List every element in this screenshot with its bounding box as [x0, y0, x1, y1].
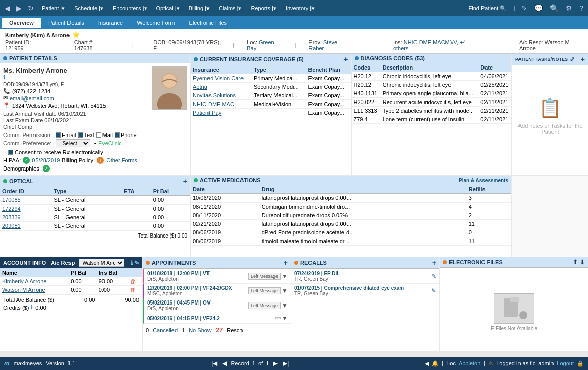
tab-overview[interactable]: Overview	[2, 18, 41, 28]
pd-address: 1324 Webster Ave, Hobart, WI, 54115	[12, 103, 106, 109]
diag-date: 02/11/2021	[478, 98, 511, 107]
logout-link[interactable]: Logout	[557, 360, 574, 366]
diagnosis-row: E11.3313Type 2 diabetes mellitus with mo…	[352, 107, 512, 115]
opt-id[interactable]: 208339	[0, 213, 52, 222]
diag-col-desc: Description	[381, 63, 478, 72]
insurance-row: Eyemed Vision CarePrimary Medica...Exam …	[191, 74, 351, 83]
meds-col-date: Date	[191, 185, 260, 194]
tasks-empty-icon: 📋	[539, 97, 562, 119]
claims-menu[interactable]: Claims |▾	[215, 4, 246, 13]
patient-prov: Prov: Steve Raber	[308, 39, 351, 51]
demographics-label: Demographics:	[3, 165, 41, 172]
ins-name[interactable]: NHIC DME MAC	[191, 100, 252, 109]
appt-expand-icon[interactable]: ▼	[282, 302, 288, 309]
account-row: Watson M Arrone0.000.00🗑	[0, 286, 142, 294]
record-first-button[interactable]: |◀	[210, 360, 218, 367]
chat-icon[interactable]: 💬	[532, 3, 545, 13]
comm-pref-select[interactable]: --Select--	[56, 139, 90, 147]
forward-button[interactable]: ▶	[14, 3, 24, 13]
hipaa-date[interactable]: 05/28/2019	[32, 157, 60, 163]
ins-name[interactable]: Eyemed Vision Care	[191, 74, 252, 83]
recall-edit-icon[interactable]: ✎	[431, 273, 436, 280]
tab-patient-details[interactable]: Patient Details	[41, 18, 91, 28]
back-button[interactable]: ◀	[2, 3, 13, 13]
page-tabs: Overview Patient Details Insurance Welco…	[0, 16, 588, 29]
settings-icon[interactable]: ⚙	[563, 3, 575, 13]
appt-expand-icon[interactable]: ▼	[282, 287, 288, 294]
opt-col-eta: ETA	[122, 187, 151, 196]
appt-action-button[interactable]: Left Message	[248, 273, 281, 280]
patient-menu[interactable]: Patient |▾	[38, 4, 69, 13]
tab-electronic-files[interactable]: Electronic Files	[182, 18, 234, 28]
demographics-badge: ✓	[43, 165, 50, 172]
lock-icon: 🔒	[577, 360, 584, 367]
optical-menu[interactable]: Optical |▾	[152, 4, 184, 13]
plan-assessments-link[interactable]: Plan & Assessments	[459, 178, 508, 183]
consent-checkbox[interactable]	[8, 150, 13, 155]
appt-expand-icon[interactable]: ▼	[282, 315, 288, 322]
diag-date: 02/11/2021	[478, 115, 511, 124]
acct-name[interactable]: Watson M Arrone	[0, 286, 68, 294]
opt-eta	[122, 196, 151, 205]
encounters-menu[interactable]: Encounters |▾	[109, 4, 151, 13]
ins-plan: Exam Copay...	[306, 91, 351, 100]
account-info-section: ACCOUNT INFO A/c Resp Watson M Arrone ℹ …	[0, 257, 142, 351]
record-next-button[interactable]: ▶	[272, 360, 279, 367]
acct-edit-icon[interactable]: ✎	[134, 260, 139, 266]
appt-action-button[interactable]	[275, 317, 281, 319]
other-forms[interactable]: Other Forms	[106, 157, 137, 163]
add-task-button[interactable]: +	[581, 55, 585, 63]
billing-menu[interactable]: Billing |▾	[185, 4, 214, 13]
resch-count: 27	[216, 326, 223, 334]
ins-name[interactable]: Aetna	[191, 83, 252, 91]
acct-info-icon[interactable]: ℹ	[131, 260, 133, 266]
opt-id[interactable]: 209081	[0, 222, 52, 230]
bell-icon[interactable]: 🔔	[432, 360, 439, 367]
med-date: 10/06/2020	[191, 194, 260, 203]
record-last-button[interactable]: ▶|	[282, 360, 290, 367]
no-show-link[interactable]: No Show	[189, 327, 212, 333]
canceled-link[interactable]: Cancelled	[153, 327, 178, 333]
recall-edit-icon[interactable]: ✎	[431, 287, 436, 294]
record-prev-button[interactable]: ◀	[221, 360, 228, 367]
help-icon[interactable]: ?	[577, 3, 586, 13]
add-optical-button[interactable]: +	[183, 177, 187, 185]
comm-phone-checkbox[interactable]: Phone	[115, 132, 137, 138]
pd-email[interactable]: email@email.com	[10, 95, 54, 102]
appt-expand-icon[interactable]: ▼	[282, 273, 288, 280]
diagnosis-section: DIAGNOSIS CODES (53) Codes Description D…	[352, 54, 512, 175]
reports-menu[interactable]: Reports |▾	[247, 4, 280, 13]
loc-value[interactable]: Appleton	[459, 360, 480, 366]
history-button[interactable]: ↻	[25, 3, 37, 13]
find-patient-button[interactable]: Find Patient 🔍	[465, 4, 511, 13]
appt-action-button[interactable]: Left Message	[248, 287, 281, 294]
comm-email-checkbox[interactable]: Email	[56, 132, 76, 138]
comm-text-checkbox[interactable]: Text	[78, 132, 94, 138]
efiles-download-icon[interactable]: ⬇	[580, 259, 585, 266]
tasks-expand-button[interactable]: ⤢	[570, 56, 575, 63]
opt-id[interactable]: 172294	[0, 205, 52, 213]
med-date: 02/21/2020	[191, 220, 260, 228]
appt-action-button[interactable]: Left Message	[248, 302, 281, 309]
opt-id[interactable]: 170085	[0, 196, 52, 205]
inventory-menu[interactable]: Inventory |▾	[282, 4, 319, 13]
search-icon[interactable]: 🔍	[547, 3, 561, 13]
med-row: 08/11/2020Combigan brimonidine-timolol d…	[191, 203, 511, 211]
ins-name[interactable]: Novitas Solutions	[191, 91, 252, 100]
info-icon[interactable]: ℹ	[3, 74, 5, 80]
tasks-title: PATIENT TASKS/NOTES	[515, 57, 568, 62]
tab-welcome-form[interactable]: Welcome Form	[130, 18, 182, 28]
tab-insurance[interactable]: Insurance	[91, 18, 130, 28]
delete-acct-icon[interactable]: 🗑	[130, 287, 136, 293]
compose-icon[interactable]: ✎	[518, 3, 530, 13]
add-appointment-button[interactable]: +	[284, 259, 288, 267]
ac-resp-select[interactable]: Watson M Arrone	[79, 259, 124, 267]
comm-mail-checkbox[interactable]: Mail	[96, 132, 113, 138]
ins-name[interactable]: Patient Pay	[191, 109, 252, 117]
add-recall-button[interactable]: +	[432, 259, 436, 267]
delete-acct-icon[interactable]: 🗑	[130, 278, 136, 284]
add-insurance-button[interactable]: +	[343, 55, 348, 63]
schedule-menu[interactable]: Schedule |▾	[70, 4, 108, 13]
acct-name[interactable]: Kimberly A Arrone	[0, 277, 68, 286]
efiles-upload-icon[interactable]: ⬆	[573, 259, 578, 266]
